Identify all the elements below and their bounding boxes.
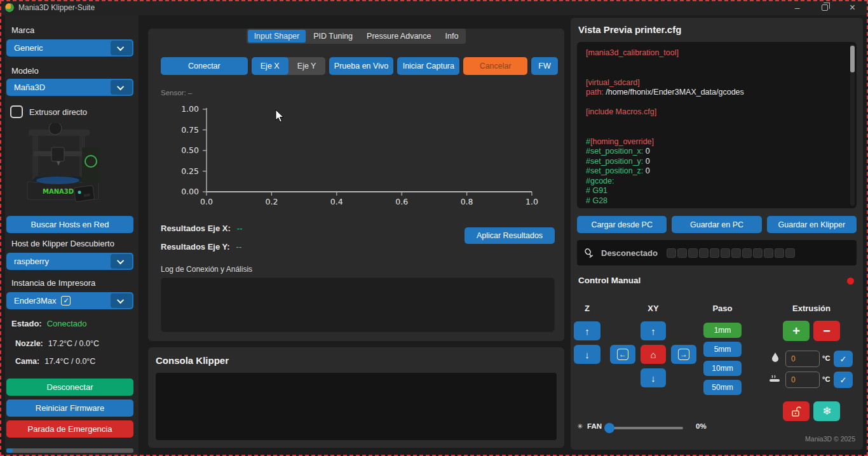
bed-temp-apply-button[interactable]: ✓ [834,372,853,388]
xy-right-button[interactable]: → [671,345,696,364]
guardar-en-pc-button[interactable]: Guardar en PC [672,216,761,233]
xy-down-button[interactable]: ↓ [641,368,666,387]
fan-value: 0% [696,422,707,430]
config-line: # G28 [586,196,845,206]
meter-cell [667,248,676,258]
tab-bar: Input ShaperPID TuningPressure AdvanceIn… [247,29,466,44]
xy-column-label: XY [641,304,666,313]
klipper-console-panel: Consola Klipper [148,347,564,448]
config-line: #[homing_override] [586,137,845,147]
xy-up-button[interactable]: ↑ [641,321,666,340]
nozzle-value: 17.2°C / 0.0°C [48,339,99,348]
minimize-button[interactable]: – [795,3,800,12]
unlock-motors-button[interactable] [783,401,810,421]
printer-image: MANA3D [15,123,116,212]
printer-cfg-preview[interactable]: [mania3d_calibration_tool] [virtual_sdca… [577,42,857,208]
extrusor-directo-checkbox[interactable] [10,105,23,118]
nozzle-temp-apply-button[interactable]: ✓ [834,351,853,367]
cama-value: 17.4°C / 0.0°C [44,357,95,366]
buscar-hosts-button[interactable]: Buscar Hosts en Red [6,216,133,233]
modelo-dropdown[interactable]: Maña3D [6,79,133,96]
arrow-left-icon: ← [617,349,628,360]
scrollbar-thumb[interactable] [850,46,855,72]
paso-column-label: Paso [703,304,742,313]
sidebar: Marca Generic Modelo Maña3D Extrusor dir… [5,15,139,456]
host-label: Host de Klipper Descubierto [11,239,114,248]
maximize-button[interactable] [822,4,828,11]
xy-home-button[interactable]: ⌂ [641,345,666,364]
arrow-down-icon: ↓ [585,349,590,360]
arrow-down-icon: ↓ [651,373,656,384]
xy-left-button[interactable]: ← [610,345,635,364]
cargar-desde-pc-button[interactable]: Cargar desde PC [577,216,667,233]
tab-pid-tuning[interactable]: PID Tuning [307,30,359,43]
meter-cell [764,248,773,258]
parada-emergencia-button[interactable]: Parada de Emergencia [6,420,133,438]
tab-info[interactable]: Info [439,30,465,43]
z-down-button[interactable]: ↓ [574,345,600,364]
tab-pressure-advance[interactable]: Pressure Advance [360,30,437,43]
chevron-down-icon[interactable] [111,41,132,55]
chevron-down-icon[interactable] [111,80,132,95]
meter-cell [753,248,763,258]
chevron-down-icon[interactable] [111,293,132,308]
marca-value: Generic [14,43,43,53]
eje-x-button[interactable]: Eje X [252,57,288,75]
chart-tick-label: 0.6 [395,197,408,206]
title-bar: Mania3D Klipper-Suite – × [0,0,868,15]
paso-5mm-button[interactable]: 5mm [703,342,742,357]
copyright-text: Mania3D © 2025 [805,435,855,443]
chart-tick-label: 0.0 [200,197,213,206]
guardar-en-klipper-button[interactable]: Guardar en Klipper [767,216,857,233]
reiniciar-firmware-button[interactable]: Reiniciar Firmware [6,399,133,417]
consola-klipper-title: Consola Klipper [156,355,229,366]
meter-cell [710,248,719,258]
prueba-en-vivo-button[interactable]: Prueba en Vivo [329,57,394,75]
check-icon: ✓ [840,354,847,364]
meter-cell [775,248,784,258]
scrollbar-thumb[interactable] [6,448,13,453]
chevron-down-icon[interactable] [111,254,132,269]
z-up-button[interactable]: ↑ [574,321,600,340]
result-x-label: Resultados Eje X: [161,224,231,233]
cooldown-button[interactable]: ❄ [813,401,840,421]
config-scrollbar[interactable] [850,44,855,206]
paso-1mm-button[interactable]: 1mm [703,323,742,338]
config-line: #set_position_x: 0 [586,147,845,157]
aplicar-resultados-button[interactable]: Aplicar Resultados [465,227,555,244]
fan-slider-thumb[interactable] [604,423,614,433]
checked-checkbox-icon: ✓ [61,296,71,305]
chart-tick-label: 1.0 [526,197,538,206]
iniciar-captura-button[interactable]: Iniciar Captura [397,57,459,75]
sidebar-horizontal-scrollbar[interactable] [6,448,133,453]
fw-button[interactable]: FW [531,57,558,75]
nozzle-temp-input[interactable] [785,351,820,367]
arrow-right-icon: → [678,349,689,360]
connection-log-textarea[interactable] [161,278,555,332]
cancelar-button[interactable]: Cancelar [463,57,527,75]
vista-previa-title: Vista Previa printer.cfg [578,24,681,35]
paso-10mm-button[interactable]: 10mm [703,361,742,376]
tab-input-shaper[interactable]: Input Shaper [248,30,306,43]
app-logo-icon [5,3,14,12]
config-line [586,58,845,69]
fan-slider[interactable] [606,427,683,429]
klipper-console-output[interactable] [156,373,557,440]
input-shaper-panel: Input ShaperPID TuningPressure AdvanceIn… [148,29,564,341]
close-button[interactable]: × [850,3,855,12]
control-manual-title: Control Manual [578,276,641,285]
shaper-chart: 0.000.250.500.751.000.00.20.40.60.81.0 [161,103,555,217]
marca-dropdown[interactable]: Generic [6,39,133,57]
desconectar-button[interactable]: Desconectar [6,379,133,396]
extrude-minus-button[interactable]: − [813,321,840,341]
conectar-button[interactable]: Conectar [161,57,248,75]
extrude-plus-button[interactable]: + [783,321,810,341]
extrusor-directo-label: Extrusor directo [29,107,87,117]
instancia-dropdown[interactable]: Ender3Max ✓ [6,292,133,309]
bed-temp-input[interactable] [785,372,820,388]
config-line: [include Macros.cfg] [586,107,845,117]
eje-y-button[interactable]: Eje Y [288,57,325,75]
paso-50mm-button[interactable]: 50mm [703,380,742,395]
log-label: Log de Conexión y Análisis [161,265,252,274]
host-dropdown[interactable]: raspberry [6,253,133,270]
